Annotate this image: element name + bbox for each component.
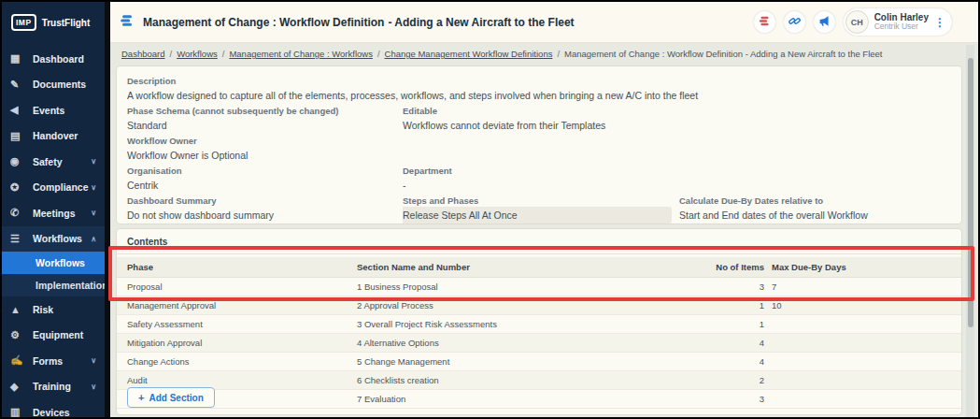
sidebar-item-label: Forms	[33, 355, 63, 367]
megaphone-icon: ◀	[10, 104, 33, 116]
shield-icon: ◉	[10, 155, 33, 167]
cell-section: 1 Business Proposal	[357, 282, 671, 292]
table-row[interactable]: Distance Review7 Evaluation3	[117, 390, 961, 409]
cell-no-of-items: 3	[671, 282, 764, 292]
cell-max-due-by-days: 10	[764, 300, 961, 311]
sidebar-item-compliance[interactable]: ✪Compliance∨	[2, 175, 105, 201]
detail-field: Phase Schema (cannot subsequently be cha…	[127, 106, 403, 136]
cell-section: 5 Change Management	[357, 356, 671, 367]
sidebar-item-label: Devices	[33, 407, 70, 418]
breadcrumb-separator: /	[169, 49, 172, 59]
user-role: Centrik User	[874, 22, 929, 31]
cell-section: 7 Evaluation	[357, 394, 671, 404]
cell-section: 6 Checklists creation	[357, 375, 671, 385]
cell-no-of-items: 1	[671, 319, 764, 329]
sidebar-item-equipment[interactable]: ⚙Equipment	[2, 323, 105, 349]
field-label: Organisation	[127, 166, 403, 176]
inbox-icon: ▤	[10, 130, 33, 142]
user-menu[interactable]: CH Colin Harley Centrik User ⋮	[844, 8, 952, 36]
breadcrumb-link[interactable]: Dashboard	[121, 49, 164, 59]
cell-section: 4 Alternative Options	[357, 338, 671, 348]
sidebar-subitem-label: Implementation	[36, 280, 108, 291]
sidebar-subitem-workflows[interactable]: Workflows	[2, 252, 105, 274]
sidebar-item-label: Documents	[33, 79, 86, 90]
warning-icon: ▲	[10, 304, 33, 315]
kebab-menu-icon[interactable]: ⋮	[934, 16, 945, 29]
cell-section: 2 Approval Process	[357, 300, 671, 311]
table-row[interactable]: Safety Assessment3 Overall Project Risk …	[117, 315, 961, 334]
sidebar-item-label: Dashboard	[33, 53, 84, 65]
cell-no-of-items: 4	[671, 338, 764, 348]
add-section-button[interactable]: + Add Section	[127, 387, 215, 408]
sidebar-item-label: Compliance	[33, 181, 89, 193]
chevron-down-icon: ∨	[91, 157, 96, 166]
cell-no-of-items: 3	[671, 394, 764, 404]
sidebar-item-dashboard[interactable]: ▦Dashboard	[2, 46, 105, 72]
chevron-down-icon: ∨	[91, 356, 96, 365]
sidebar-item-safety[interactable]: ◉Safety∨	[2, 149, 105, 175]
column-header: Section Name and Number	[357, 262, 671, 272]
sidebar-item-label: Events	[33, 105, 64, 116]
sidebar-item-documents[interactable]: ✎Documents	[2, 72, 105, 98]
sidebar-item-meetings[interactable]: ✆Meetings∨	[2, 200, 105, 226]
main-area: Management of Change : Workflow Definiti…	[110, 2, 978, 417]
table-row[interactable]: Mitigation Approval4 Alternative Options…	[117, 334, 961, 353]
field-value: Workflows cannot deviate from their Temp…	[403, 120, 679, 131]
table-row[interactable]: Proposal1 Business Proposal37	[117, 278, 961, 296]
breadcrumb-link[interactable]: Change Management Workflow Definitions	[385, 49, 553, 59]
people-icon: ✆	[10, 207, 33, 219]
field-value: Release Steps All At Once	[403, 207, 672, 224]
sidebar-item-training[interactable]: ◆Training∨	[2, 374, 105, 400]
field-value: Workflow Owner is Optional	[127, 150, 403, 161]
sidebar-item-label: Safety	[33, 156, 63, 167]
cell-phase: Mitigation Approval	[117, 338, 357, 348]
workflow-icon	[120, 13, 135, 32]
workflow-tasks-button[interactable]	[754, 11, 775, 33]
user-avatar: CH	[845, 10, 869, 34]
cell-phase: Safety Assessment	[117, 319, 357, 329]
cell-no-of-items: 1	[671, 300, 764, 311]
table-header-row: PhaseSection Name and NumberNo of ItemsM…	[117, 257, 961, 278]
field-value: Centrik	[127, 180, 403, 191]
doc-star-icon: ✪	[10, 181, 33, 194]
sidebar-item-workflows[interactable]: ☰Workflows∧	[2, 226, 105, 253]
table-row[interactable]: Audit6 Checklists creation2	[117, 371, 961, 390]
detail-field: OrganisationCentrik	[127, 166, 403, 195]
detail-field: Calculate Due-By Dates relative toStart …	[679, 195, 951, 225]
sidebar-item-label: Meetings	[33, 208, 76, 219]
sidebar-item-risk[interactable]: ▲Risk	[2, 296, 105, 323]
sidebar-item-handover[interactable]: ▤Handover	[2, 123, 105, 150]
sidebar-subitem-implementation[interactable]: Implementation	[2, 274, 105, 296]
sidebar-item-label: Handover	[33, 130, 78, 141]
sidebar-nav: ▦Dashboard✎Documents◀Events▤Handover◉Saf…	[2, 43, 105, 419]
megaphone-icon	[818, 14, 831, 31]
sidebar-item-label: Risk	[33, 304, 53, 315]
detail-field: Workflow OwnerWorkflow Owner is Optional	[127, 136, 403, 166]
breadcrumb-link[interactable]: Workflows	[177, 49, 218, 59]
cell-max-due-by-days: 7	[764, 282, 961, 292]
top-header-bar: Management of Change : Workflow Definiti…	[110, 2, 978, 43]
sidebar: IMP TrustFlight ▦Dashboard✎Documents◀Eve…	[2, 2, 105, 417]
scrollbar-thumb[interactable]	[968, 58, 973, 327]
announcements-button[interactable]	[814, 11, 835, 33]
sidebar-item-devices[interactable]: ▥Devices	[2, 399, 105, 419]
sidebar-item-forms[interactable]: ✍Forms∨	[2, 348, 105, 374]
wrench-icon: ⚙	[10, 329, 33, 341]
page-title: Management of Change : Workflow Definiti…	[143, 16, 575, 29]
sidebar-item-events[interactable]: ◀Events	[2, 97, 105, 123]
detail-field: Department-	[403, 166, 679, 195]
sidebar-divider	[105, 2, 110, 417]
breadcrumb-link[interactable]: Management of Change : Workflows	[229, 49, 372, 59]
brand-logo[interactable]: IMP TrustFlight	[2, 2, 105, 43]
chevron-down-icon: ∨	[91, 209, 96, 217]
table-row[interactable]: Management Approval2 Approval Process110	[117, 296, 961, 315]
contents-title: Contents	[117, 229, 961, 254]
detail-field: EditableWorkflows cannot deviate from th…	[403, 106, 679, 136]
field-label: Department	[403, 166, 679, 176]
table-row[interactable]: Change Actions5 Change Management4	[117, 353, 961, 371]
field-value: A workflow designed to capture all of th…	[127, 90, 951, 101]
field-label: Workflow Owner	[127, 136, 403, 146]
link-icon	[788, 14, 801, 31]
link-button[interactable]	[784, 11, 805, 33]
detail-field: DescriptionA workflow designed to captur…	[127, 76, 951, 108]
